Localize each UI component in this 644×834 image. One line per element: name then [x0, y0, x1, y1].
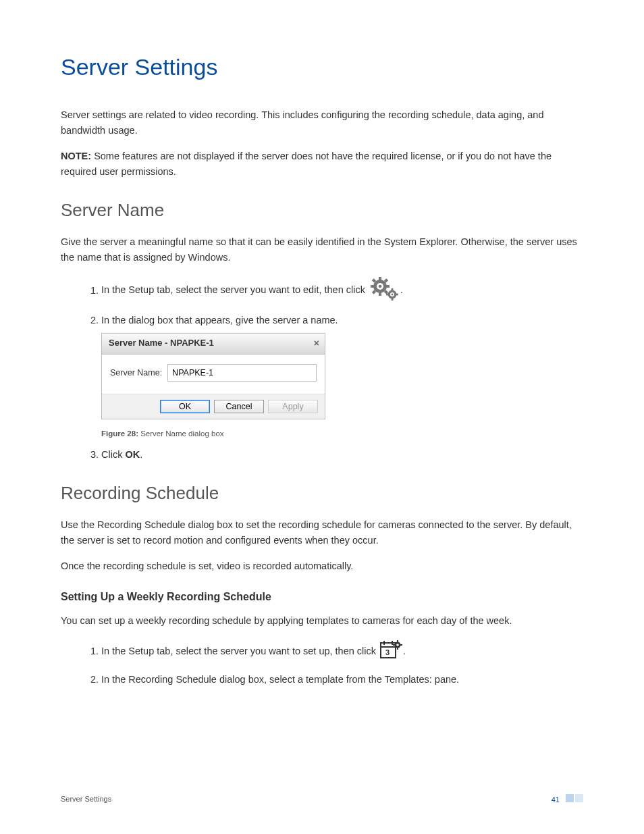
recording-step-1: In the Setup tab, select the server you … — [101, 639, 583, 665]
svg-rect-14 — [392, 288, 394, 291]
footer-marks — [566, 794, 583, 802]
calendar-gear-icon[interactable]: 3 — [379, 639, 403, 665]
note-text: Some features are not displayed if the s… — [61, 151, 552, 177]
figure-label: Figure 28: — [101, 429, 138, 438]
svg-rect-6 — [386, 285, 390, 288]
svg-rect-5 — [371, 285, 374, 288]
svg-rect-15 — [392, 298, 394, 301]
footer-left: Server Settings — [61, 795, 111, 803]
close-icon[interactable]: × — [314, 338, 319, 348]
ok-button[interactable]: OK — [160, 400, 210, 413]
page-title: Server Settings — [61, 54, 583, 80]
figure-caption: Figure 28: Server Name dialog box — [101, 427, 583, 440]
recording-p2: Once the recording schedule is set, vide… — [61, 558, 583, 574]
note-paragraph: NOTE: Some features are not displayed if… — [61, 149, 583, 180]
svg-text:3: 3 — [385, 648, 390, 656]
svg-point-2 — [379, 285, 382, 288]
server-name-input[interactable] — [167, 364, 317, 382]
step1-end: . — [400, 285, 403, 296]
section-server-name-title: Server Name — [61, 200, 583, 221]
server-name-desc: Give the server a meaningful name so tha… — [61, 234, 583, 265]
figure-text: Server Name dialog box — [138, 429, 224, 438]
svg-rect-27 — [393, 644, 395, 646]
server-name-step-2: In the dialog box that appears, give the… — [101, 313, 583, 440]
weekly-p: You can set up a weekly recording schedu… — [61, 613, 583, 629]
step3-c: . — [140, 449, 142, 460]
intro-paragraph: Server settings are related to video rec… — [61, 107, 583, 138]
rstep1-end: . — [403, 646, 406, 656]
step2-text: In the dialog box that appears, give the… — [101, 315, 338, 325]
svg-rect-28 — [400, 644, 402, 646]
recording-step-2: In the Recording Schedule dialog box, se… — [101, 672, 583, 687]
svg-point-13 — [392, 294, 394, 296]
recording-p1: Use the Recording Schedule dialog box to… — [61, 517, 583, 548]
svg-rect-17 — [396, 294, 398, 296]
svg-rect-3 — [379, 277, 381, 280]
step3-a: Click — [101, 449, 125, 460]
page-number: 41 — [552, 796, 560, 804]
dialog-title: Server Name - NPAPKE-1 — [109, 336, 214, 350]
server-name-field-label: Server Name: — [110, 366, 162, 380]
step3-b: OK — [125, 449, 140, 460]
svg-point-24 — [396, 644, 399, 646]
section-recording-schedule-title: Recording Schedule — [61, 483, 583, 504]
server-name-dialog: Server Name - NPAPKE-1 × Server Name: OK… — [101, 333, 325, 420]
server-name-step-3: Click OK. — [101, 447, 583, 463]
svg-rect-16 — [386, 294, 389, 296]
subsection-weekly-title: Setting Up a Weekly Recording Schedule — [61, 591, 583, 603]
server-name-step-1: In the Setup tab, select the server you … — [101, 276, 583, 306]
step1-text: In the Setup tab, select the server you … — [101, 285, 368, 296]
apply-button[interactable]: Apply — [268, 400, 318, 413]
gear-icon[interactable] — [368, 276, 400, 306]
note-label: NOTE: — [61, 151, 91, 161]
rstep1-text: In the Setup tab, select the server you … — [101, 646, 379, 656]
svg-rect-4 — [379, 292, 381, 296]
cancel-button[interactable]: Cancel — [214, 400, 264, 413]
svg-rect-25 — [397, 640, 398, 642]
svg-rect-26 — [397, 648, 398, 650]
